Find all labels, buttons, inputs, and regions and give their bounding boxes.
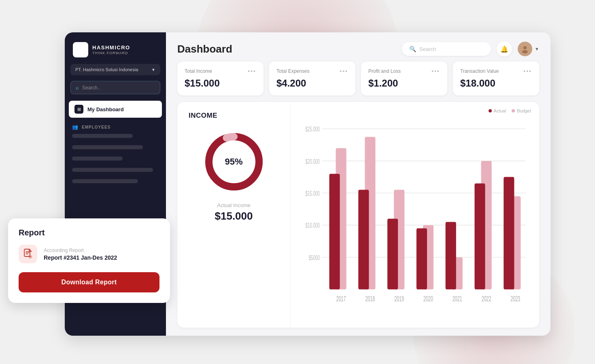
dashboard-icon: ⊞ xyxy=(74,105,83,114)
avatar xyxy=(518,42,532,56)
svg-text:$25.000: $25.000 xyxy=(306,126,320,133)
legend-actual-dot xyxy=(489,109,492,112)
bar-chart-area: $25.000$20.000$15.000$10.000$50002017201… xyxy=(300,122,529,309)
svg-rect-17 xyxy=(329,174,340,290)
sidebar-logo: HASHMICRO THINK FORWARD xyxy=(65,32,166,64)
stat-value-2: $1.200 xyxy=(368,78,440,89)
svg-text:2018: 2018 xyxy=(365,294,375,303)
search-placeholder-text: Search xyxy=(419,46,436,52)
stat-value-1: $4.200 xyxy=(276,78,348,89)
sidebar-search-container[interactable]: ⌕ xyxy=(70,81,160,94)
svg-text:2023: 2023 xyxy=(510,294,520,303)
stat-card-total-income: Total Income ••• $15.000 xyxy=(177,61,264,95)
chart-legend: Actual Budget xyxy=(489,108,531,113)
stat-label-0: Total Income xyxy=(185,68,212,74)
stat-card-total-expenses: Total Expenses ••• $4.200 xyxy=(269,61,355,95)
svg-rect-20 xyxy=(358,190,369,289)
actual-income-value: $15.000 xyxy=(215,210,253,222)
actual-income-label: Actual Income xyxy=(217,202,250,208)
avatar-dropdown-icon: ▼ xyxy=(535,47,539,51)
nav-skeleton-1 xyxy=(72,134,133,138)
stat-value-0: $15.000 xyxy=(185,78,256,89)
report-item: Accounting Report Report #2341 Jan-Des 2… xyxy=(19,245,159,263)
svg-rect-29 xyxy=(446,222,456,290)
legend-actual-label: Actual xyxy=(494,108,506,113)
svg-rect-32 xyxy=(474,183,485,289)
donut-percentage: 95% xyxy=(225,157,242,167)
header: Dashboard 🔍 Search 🔔 ▼ xyxy=(166,32,550,61)
stat-menu-1[interactable]: ••• xyxy=(340,68,348,74)
report-card: Report Accounting Report Report #2341 Ja… xyxy=(8,218,170,303)
nav-item-dashboard-label: My Dashboard xyxy=(87,106,124,112)
employees-section-icon: 👥 xyxy=(72,124,79,130)
company-name: PT. Hashmicro Solusi Indonesia xyxy=(75,67,138,72)
nav-skeleton-4 xyxy=(72,168,153,172)
svg-point-1 xyxy=(523,46,527,49)
donut-chart: 95% xyxy=(202,129,266,194)
stat-value-3: $18.000 xyxy=(460,78,532,89)
bar-chart-svg: $25.000$20.000$15.000$10.000$50002017201… xyxy=(300,122,529,309)
income-chart-right: Actual Budget $25.000$20.000$15.000$10.0… xyxy=(291,102,539,328)
svg-text:2022: 2022 xyxy=(482,294,491,303)
legend-budget-label: Budget xyxy=(517,108,531,113)
notification-button[interactable]: 🔔 xyxy=(497,41,512,57)
search-bar[interactable]: 🔍 Search xyxy=(402,42,491,56)
legend-budget-dot xyxy=(512,109,515,112)
sidebar-search-icon: ⌕ xyxy=(76,85,79,91)
section-employees-label: EMPLOYEES xyxy=(82,125,110,129)
logo-text: HASHMICRO xyxy=(92,44,130,51)
sidebar-search-input[interactable] xyxy=(82,85,155,91)
stats-row: Total Income ••• $15.000 Total Expenses … xyxy=(166,61,550,102)
header-right: 🔍 Search 🔔 ▼ xyxy=(402,41,539,57)
stat-label-3: Transaction Value xyxy=(460,68,499,74)
company-selector[interactable]: PT. Hashmicro Solusi Indonesia ▼ xyxy=(70,64,160,75)
stat-card-transaction-value: Transaction Value ••• $18.000 xyxy=(453,61,539,95)
stat-menu-2[interactable]: ••• xyxy=(431,68,440,74)
svg-text:2021: 2021 xyxy=(453,294,462,303)
download-report-button[interactable]: Download Report xyxy=(19,272,159,292)
svg-text:2019: 2019 xyxy=(394,294,404,303)
svg-rect-35 xyxy=(504,177,514,290)
nav-skeleton-3 xyxy=(72,157,123,161)
svg-text:$20.000: $20.000 xyxy=(306,158,320,165)
company-dropdown-icon: ▼ xyxy=(151,68,155,72)
avatar-button[interactable]: ▼ xyxy=(518,42,539,56)
donut-center: 95% xyxy=(225,157,242,167)
svg-text:2020: 2020 xyxy=(423,294,433,303)
stat-menu-3[interactable]: ••• xyxy=(523,68,532,74)
search-icon: 🔍 xyxy=(409,46,416,52)
nav-skeleton-2 xyxy=(72,145,143,149)
stat-card-profit-and-loss: Profit and Loss ••• $1.200 xyxy=(361,61,447,95)
stat-label-1: Total Expenses xyxy=(276,68,309,74)
main-content: Dashboard 🔍 Search 🔔 ▼ xyxy=(166,32,550,336)
svg-text:$10.000: $10.000 xyxy=(306,222,320,229)
logo-icon xyxy=(73,42,88,57)
stat-label-2: Profit and Loss xyxy=(368,68,401,74)
income-left: INCOME 95% Actual Income $15.0 xyxy=(177,102,291,328)
section-employees: 👥 EMPLOYEES xyxy=(65,119,166,132)
svg-rect-23 xyxy=(387,219,398,290)
svg-text:2017: 2017 xyxy=(336,294,346,303)
legend-actual: Actual xyxy=(489,108,506,113)
report-card-title: Report xyxy=(19,228,159,237)
nav-item-dashboard[interactable]: ⊞ My Dashboard xyxy=(69,101,162,118)
svg-text:$15.000: $15.000 xyxy=(306,190,320,197)
page-title: Dashboard xyxy=(177,43,232,55)
report-name: Report #2341 Jan-Des 2022 xyxy=(44,254,117,261)
svg-point-2 xyxy=(522,50,528,53)
legend-budget: Budget xyxy=(512,108,531,113)
report-type: Accounting Report xyxy=(44,248,117,253)
svg-rect-26 xyxy=(416,229,427,290)
svg-text:$5000: $5000 xyxy=(309,254,320,261)
logo-sub: THINK FORWARD xyxy=(92,51,130,55)
income-title: INCOME xyxy=(189,112,217,120)
report-icon xyxy=(19,245,37,263)
nav-skeleton-5 xyxy=(72,179,138,183)
income-section: INCOME 95% Actual Income $15.0 xyxy=(177,102,539,328)
stat-menu-0[interactable]: ••• xyxy=(248,68,256,74)
